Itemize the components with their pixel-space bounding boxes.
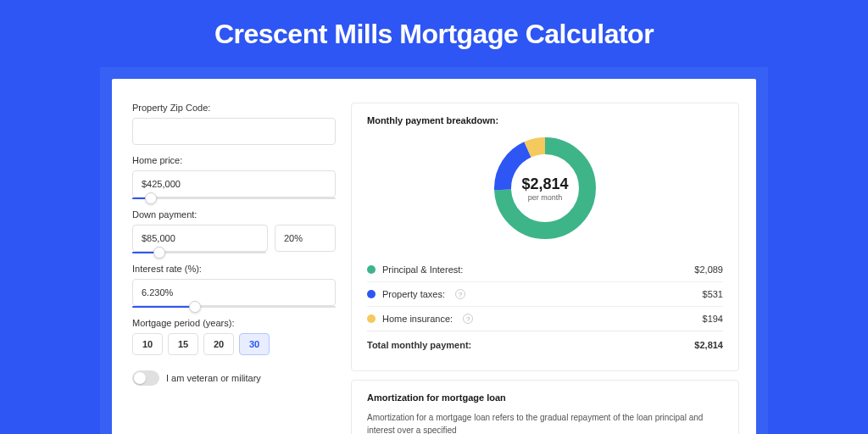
line-item-value: $194 xyxy=(703,314,723,324)
donut-chart: $2,814 per month xyxy=(491,134,599,242)
legend-dot xyxy=(367,265,376,274)
veteran-label: I am veteran or military xyxy=(166,373,261,383)
total-row: Total monthly payment: $2,814 xyxy=(367,331,723,357)
period-label: Mortgage period (years): xyxy=(132,318,336,328)
breakdown-card: Monthly payment breakdown: $2,814 per mo… xyxy=(351,103,739,371)
veteran-row: I am veteran or military xyxy=(132,370,336,386)
line-item-value: $2,089 xyxy=(694,264,723,275)
line-item-label: Property taxes: xyxy=(382,289,445,299)
price-slider[interactable] xyxy=(132,198,336,199)
rate-input[interactable] xyxy=(132,279,336,306)
breakdown-panel: Monthly payment breakdown: $2,814 per mo… xyxy=(351,103,739,434)
line-items: Principal & Interest:$2,089Property taxe… xyxy=(367,258,723,331)
line-item: Home insurance:?$194 xyxy=(367,306,723,331)
price-slider-thumb[interactable] xyxy=(145,192,157,204)
donut-sub: per month xyxy=(528,193,563,202)
card-outer: Property Zip Code: Home price: Down paym… xyxy=(100,67,768,434)
form-panel: Property Zip Code: Home price: Down paym… xyxy=(132,103,336,434)
veteran-toggle[interactable] xyxy=(132,370,159,386)
donut-center: $2,814 per month xyxy=(491,134,599,242)
line-item-label: Home insurance: xyxy=(382,314,453,324)
period-btn-20[interactable]: 20 xyxy=(203,333,234,355)
rate-field: Interest rate (%): xyxy=(132,264,336,308)
line-item-value: $531 xyxy=(703,289,723,299)
zip-input[interactable] xyxy=(132,118,336,145)
down-label: Down payment: xyxy=(132,209,336,220)
amortization-text: Amortization for a mortgage loan refers … xyxy=(367,411,723,434)
calculator-card: Property Zip Code: Home price: Down paym… xyxy=(112,79,756,434)
price-label: Home price: xyxy=(132,155,336,165)
breakdown-title: Monthly payment breakdown: xyxy=(367,115,723,125)
line-item: Principal & Interest:$2,089 xyxy=(367,258,723,281)
info-icon[interactable]: ? xyxy=(455,289,465,299)
down-percent-input[interactable] xyxy=(275,225,336,252)
down-amount-input[interactable] xyxy=(132,225,268,252)
down-slider[interactable] xyxy=(132,252,266,253)
period-field: Mortgage period (years): 10152030 xyxy=(132,318,336,355)
donut-wrap: $2,814 per month xyxy=(367,134,723,242)
zip-field: Property Zip Code: xyxy=(132,103,336,145)
zip-label: Property Zip Code: xyxy=(132,103,336,113)
legend-dot xyxy=(367,314,376,323)
rate-slider[interactable] xyxy=(132,306,336,308)
line-item: Property taxes:?$531 xyxy=(367,281,723,306)
info-icon[interactable]: ? xyxy=(463,314,473,324)
donut-value: $2,814 xyxy=(521,175,568,193)
toggle-knob xyxy=(134,372,146,384)
period-btn-30[interactable]: 30 xyxy=(239,333,270,355)
period-options: 10152030 xyxy=(132,333,336,355)
legend-dot xyxy=(367,290,376,298)
total-label: Total monthly payment: xyxy=(367,340,471,350)
period-btn-15[interactable]: 15 xyxy=(168,333,198,355)
price-input[interactable] xyxy=(132,170,336,198)
rate-label: Interest rate (%): xyxy=(132,264,336,274)
total-value: $2,814 xyxy=(694,340,723,350)
rate-slider-thumb[interactable] xyxy=(189,301,201,313)
period-btn-10[interactable]: 10 xyxy=(132,333,163,355)
amortization-title: Amortization for mortgage loan xyxy=(367,392,723,403)
amortization-card: Amortization for mortgage loan Amortizat… xyxy=(351,380,739,434)
down-slider-thumb[interactable] xyxy=(153,247,165,259)
price-field: Home price: xyxy=(132,155,336,199)
down-field: Down payment: xyxy=(132,209,336,253)
line-item-label: Principal & Interest: xyxy=(382,264,463,275)
page-title: Crescent Mills Mortgage Calculator xyxy=(214,19,654,50)
